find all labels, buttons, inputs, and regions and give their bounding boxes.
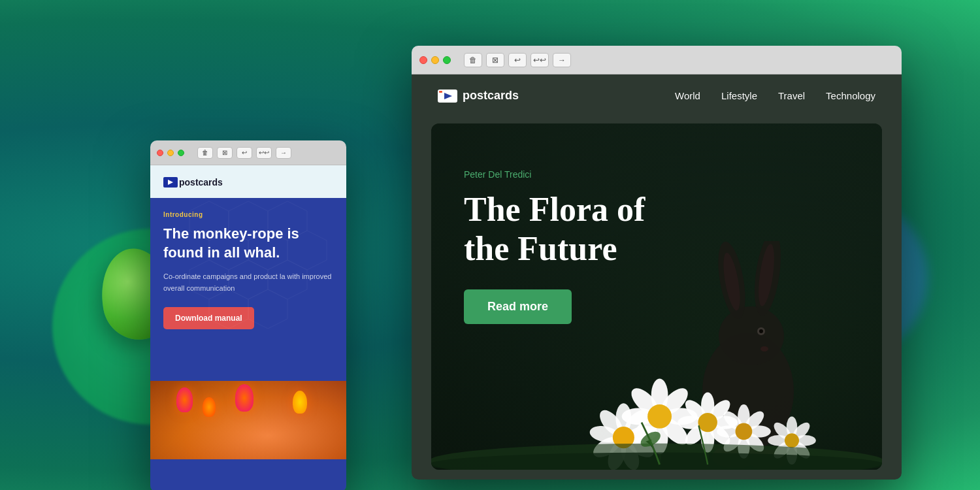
front-logo-text: postcards (463, 89, 519, 103)
logo-icon-back (163, 177, 178, 188)
traffic-lights-back (157, 150, 184, 156)
front-logo: postcards (438, 89, 519, 103)
back-window: 🗑 ⊠ ↩ ↩↩ → postcards (150, 140, 346, 490)
back-window-photo (150, 381, 346, 459)
trash-button-front[interactable]: 🗑 (464, 53, 482, 67)
traffic-light-green-back[interactable] (178, 150, 184, 156)
hero-title: The Flora of the Future (464, 190, 645, 269)
svg-rect-15 (439, 91, 442, 93)
svg-marker-11 (248, 289, 287, 329)
svg-marker-6 (209, 231, 248, 270)
svg-marker-5 (248, 231, 287, 270)
traffic-light-red-back[interactable] (157, 150, 163, 156)
back-logo-text: postcards (179, 177, 223, 188)
lantern-3 (235, 384, 253, 412)
svg-marker-3 (268, 201, 307, 240)
traffic-light-red-front[interactable] (419, 56, 427, 64)
back-button-front[interactable]: ↩ (508, 53, 527, 67)
svg-point-79 (785, 433, 799, 448)
forward-button-back[interactable]: → (276, 147, 291, 159)
traffic-light-yellow-back[interactable] (167, 150, 174, 156)
forward-button-front[interactable]: → (553, 53, 571, 67)
trash-alt-button-front[interactable]: ⊠ (486, 53, 504, 67)
back-window-titlebar: 🗑 ⊠ ↩ ↩↩ → (150, 140, 346, 165)
back-window-intro: Introducing The monkey-rope is found in … (150, 198, 346, 381)
back-all-button-back[interactable]: ↩↩ (256, 147, 272, 159)
svg-marker-12 (209, 289, 248, 329)
dark-hero: Peter Del Tredici The Flora of the Futur… (431, 123, 882, 470)
lantern-1 (176, 387, 193, 412)
traffic-lights-front (419, 56, 451, 64)
traffic-light-green-front[interactable] (443, 56, 451, 64)
svg-point-58 (736, 423, 753, 440)
front-window-content: postcards World Lifestyle Travel Technol… (412, 74, 902, 480)
svg-point-37 (647, 404, 672, 429)
back-button-back[interactable]: ↩ (237, 147, 252, 159)
front-window: 🗑 ⊠ ↩ ↩↩ → postcards World Lifestyle Tra… (412, 46, 902, 480)
lantern-4 (293, 391, 307, 414)
back-window-logo: postcards (163, 177, 223, 188)
svg-marker-7 (287, 231, 327, 270)
svg-marker-9 (268, 260, 307, 299)
svg-point-23 (759, 329, 763, 333)
trash-alt-button-back[interactable]: ⊠ (217, 147, 233, 159)
back-window-content: postcards (150, 165, 346, 490)
hex-pattern (150, 198, 346, 381)
front-window-titlebar: 🗑 ⊠ ↩ ↩↩ → (412, 46, 902, 74)
back-all-button-front[interactable]: ↩↩ (531, 53, 549, 67)
hero-text-block: Peter Del Tredici The Flora of the Futur… (464, 169, 645, 324)
nav-link-lifestyle[interactable]: Lifestyle (721, 90, 757, 101)
titlebar-controls-back: 🗑 ⊠ ↩ ↩↩ → (197, 147, 291, 159)
svg-marker-4 (189, 201, 229, 240)
dark-navbar: postcards World Lifestyle Travel Technol… (412, 74, 902, 117)
nav-link-world[interactable]: World (675, 90, 700, 101)
flowers (431, 339, 882, 470)
lantern-2 (203, 397, 216, 417)
front-logo-icon (438, 90, 457, 103)
hero-author: Peter Del Tredici (464, 169, 645, 180)
trash-button-back[interactable]: 🗑 (197, 147, 213, 159)
dark-nav-links: World Lifestyle Travel Technology (675, 90, 875, 101)
read-more-button[interactable]: Read more (464, 289, 572, 324)
nav-link-travel[interactable]: Travel (778, 90, 805, 101)
titlebar-controls-front: 🗑 ⊠ ↩ ↩↩ → (464, 53, 571, 67)
svg-marker-10 (189, 260, 229, 299)
back-window-logo-header: postcards (150, 165, 346, 198)
svg-point-48 (698, 413, 717, 432)
traffic-light-yellow-front[interactable] (431, 56, 439, 64)
svg-marker-2 (229, 201, 268, 240)
nav-link-technology[interactable]: Technology (826, 90, 875, 101)
svg-marker-8 (229, 260, 268, 299)
